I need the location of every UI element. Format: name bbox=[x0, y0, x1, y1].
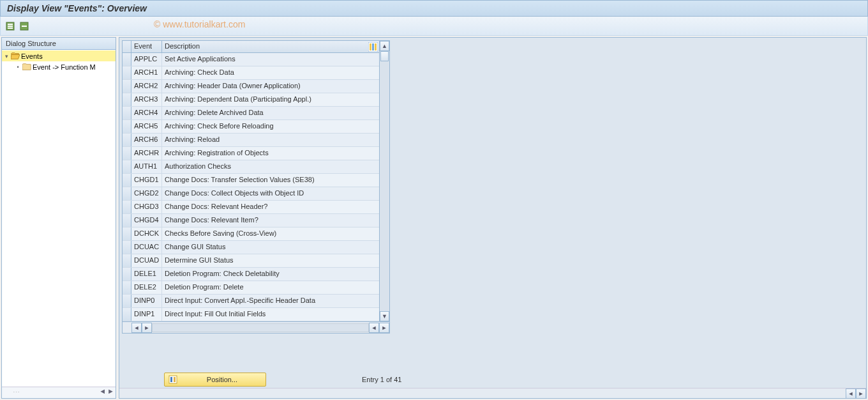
hscroll-track[interactable] bbox=[152, 323, 369, 332]
scroll-right-end-icon[interactable]: ► bbox=[379, 323, 389, 333]
row-select-handle[interactable] bbox=[123, 201, 131, 213]
svg-rect-1 bbox=[8, 24, 13, 25]
row-select-handle[interactable] bbox=[123, 80, 131, 93]
row-select-handle[interactable] bbox=[123, 214, 131, 227]
cell-event: DELE2 bbox=[131, 281, 162, 294]
scroll-left-end-icon[interactable]: ◄ bbox=[369, 323, 379, 333]
table-row[interactable]: AUTH1Authorization Checks bbox=[123, 160, 389, 174]
row-select-handle[interactable] bbox=[123, 120, 131, 133]
cell-description: Archiving: Check Before Reloading bbox=[162, 120, 389, 133]
cell-description: Change Docs: Relevant Header? bbox=[162, 201, 389, 213]
tree-toggle-icon[interactable]: ▾ bbox=[3, 53, 10, 59]
table-row[interactable]: DELE2Deletion Program: Delete bbox=[123, 281, 389, 295]
expand-all-icon[interactable] bbox=[4, 20, 16, 32]
collapse-all-icon[interactable] bbox=[19, 20, 30, 32]
panel-scroll-left-icon[interactable]: ◄ bbox=[846, 388, 856, 399]
table-row[interactable]: DINP0Direct Input: Convert Appl.-Specifi… bbox=[123, 295, 389, 308]
row-select-handle[interactable] bbox=[123, 174, 131, 187]
tree-node-event-function[interactable]: • Event -> Function M bbox=[2, 61, 116, 72]
resize-handle[interactable]: ⋯ bbox=[3, 387, 29, 398]
cell-event: CHGD3 bbox=[131, 201, 162, 213]
cell-description: Direct Input: Convert Appl.-Specific Hea… bbox=[162, 295, 389, 307]
col-header-description[interactable]: Description bbox=[162, 41, 389, 52]
row-select-handle[interactable] bbox=[123, 241, 131, 254]
scroll-up-icon[interactable]: ▲ bbox=[380, 41, 389, 51]
tree-node-events[interactable]: ▾ Events bbox=[2, 50, 116, 61]
column-config-icon[interactable] bbox=[368, 42, 378, 52]
row-select-handle[interactable] bbox=[123, 134, 131, 146]
horizontal-scrollbar[interactable]: ◄ ► ◄ ► bbox=[123, 321, 389, 333]
table-header-row: Event Description bbox=[123, 41, 389, 53]
cell-event: APPLC bbox=[131, 53, 162, 66]
row-select-handle[interactable] bbox=[123, 254, 131, 267]
table-row[interactable]: ARCHRArchiving: Registration of Objects bbox=[123, 147, 389, 160]
position-button-label: Position... bbox=[183, 376, 262, 383]
cell-event: ARCH3 bbox=[131, 93, 162, 106]
cell-event: DCUAD bbox=[131, 254, 162, 267]
folder-open-icon bbox=[11, 52, 20, 60]
table-row[interactable]: DCUACChange GUI Status bbox=[123, 241, 389, 254]
tree-node-label: Events bbox=[21, 52, 43, 60]
select-all-handle[interactable] bbox=[123, 41, 131, 52]
cell-description: Change Docs: Transfer Selection Values (… bbox=[162, 174, 389, 187]
table-row[interactable]: ARCH1Archiving: Check Data bbox=[123, 66, 389, 80]
table-row[interactable]: ARCH2Archiving: Header Data (Owner Appli… bbox=[123, 80, 389, 93]
table-row[interactable]: ARCH6Archiving: Reload bbox=[123, 134, 389, 147]
tree-bullet-icon: • bbox=[15, 64, 21, 70]
row-select-handle[interactable] bbox=[123, 187, 131, 200]
tree-scroll-right-icon[interactable]: ► bbox=[107, 387, 114, 398]
cell-description: Deletion Program: Check Deletability bbox=[162, 268, 389, 281]
col-header-event[interactable]: Event bbox=[131, 41, 162, 52]
row-select-handle[interactable] bbox=[123, 66, 131, 79]
table-row[interactable]: DINP1Direct Input: Fill Out Initial Fiel… bbox=[123, 308, 389, 321]
dialog-structure-panel: Dialog Structure ▾ Events • Event -> Fun… bbox=[1, 37, 116, 399]
table-row[interactable]: CHGD2Change Docs: Collect Objects with O… bbox=[123, 187, 389, 201]
scroll-thumb[interactable] bbox=[380, 51, 389, 61]
row-select-handle[interactable] bbox=[123, 281, 131, 294]
table-row[interactable]: ARCH5Archiving: Check Before Reloading bbox=[123, 120, 389, 134]
table-row[interactable]: ARCH3Archiving: Dependent Data (Particip… bbox=[123, 93, 389, 107]
table-row[interactable]: DCUADDetermine GUI Status bbox=[123, 254, 389, 268]
table-row[interactable]: APPLCSet Active Applications bbox=[123, 53, 389, 66]
tree-body: ▾ Events • Event -> Function M bbox=[2, 50, 116, 387]
row-select-handle[interactable] bbox=[123, 227, 131, 240]
vertical-scrollbar[interactable]: ▲ ▼ bbox=[379, 41, 389, 321]
svg-rect-10 bbox=[169, 376, 177, 383]
row-select-handle[interactable] bbox=[123, 308, 131, 321]
scroll-right-icon[interactable]: ► bbox=[142, 323, 152, 333]
panel-scroll-right-icon[interactable]: ► bbox=[856, 388, 866, 399]
svg-rect-11 bbox=[170, 377, 172, 382]
tree-scroll-left-icon[interactable]: ◄ bbox=[99, 387, 106, 398]
scroll-left-icon[interactable]: ◄ bbox=[131, 323, 142, 333]
table-row[interactable]: DELE1Deletion Program: Check Deletabilit… bbox=[123, 268, 389, 281]
row-select-handle[interactable] bbox=[123, 295, 131, 307]
position-icon bbox=[168, 375, 177, 384]
tree-node-label: Event -> Function M bbox=[33, 63, 96, 71]
row-select-handle[interactable] bbox=[123, 268, 131, 281]
cell-event: ARCH4 bbox=[131, 107, 162, 119]
position-button[interactable]: Position... bbox=[164, 373, 266, 387]
table-row[interactable]: DCHCKChecks Before Saving (Cross-View) bbox=[123, 227, 389, 241]
svg-rect-2 bbox=[8, 26, 13, 27]
row-select-handle[interactable] bbox=[123, 93, 131, 106]
cell-description: Checks Before Saving (Cross-View) bbox=[162, 227, 389, 240]
cell-event: ARCH6 bbox=[131, 134, 162, 146]
cell-event: CHGD2 bbox=[131, 187, 162, 200]
scroll-down-icon[interactable]: ▼ bbox=[380, 311, 389, 321]
svg-rect-3 bbox=[8, 27, 13, 29]
panel-hscroll[interactable]: ◄ ► bbox=[119, 388, 866, 398]
row-select-handle[interactable] bbox=[123, 160, 131, 173]
row-select-handle[interactable] bbox=[123, 147, 131, 160]
row-select-handle[interactable] bbox=[123, 53, 131, 66]
scroll-track[interactable] bbox=[380, 51, 389, 311]
table-row[interactable]: CHGD4Change Docs: Relevant Item? bbox=[123, 214, 389, 227]
cell-event: ARCHR bbox=[131, 147, 162, 160]
cell-description: Archiving: Delete Archived Data bbox=[162, 107, 389, 119]
cell-description: Archiving: Check Data bbox=[162, 66, 389, 79]
table-row[interactable]: ARCH4Archiving: Delete Archived Data bbox=[123, 107, 389, 120]
row-select-handle[interactable] bbox=[123, 107, 131, 119]
tree-footer: ⋯ ◄ ► bbox=[2, 387, 116, 398]
entry-counter: Entry 1 of 41 bbox=[362, 376, 401, 383]
table-row[interactable]: CHGD3Change Docs: Relevant Header? bbox=[123, 201, 389, 214]
table-row[interactable]: CHGD1Change Docs: Transfer Selection Val… bbox=[123, 174, 389, 187]
